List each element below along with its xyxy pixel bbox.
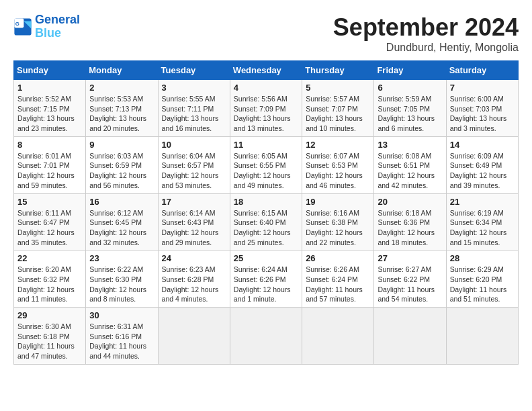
table-row: 4Sunrise: 5:56 AMSunset: 7:09 PMDaylight… (230, 80, 302, 137)
logo-text: General Blue (35, 13, 80, 40)
col-tuesday: Tuesday (158, 61, 230, 80)
logo: G General Blue (13, 13, 80, 40)
table-row: 7Sunrise: 6:00 AMSunset: 7:03 PMDaylight… (446, 80, 518, 137)
table-row (158, 308, 230, 365)
table-row: 19Sunrise: 6:16 AMSunset: 6:38 PMDayligh… (302, 193, 374, 250)
table-row: 8Sunrise: 6:01 AMSunset: 7:01 PMDaylight… (14, 136, 86, 193)
table-row: 17Sunrise: 6:14 AMSunset: 6:43 PMDayligh… (158, 193, 230, 250)
table-row (374, 308, 446, 365)
table-row: 1Sunrise: 5:52 AMSunset: 7:15 PMDaylight… (14, 80, 86, 137)
table-row: 23Sunrise: 6:22 AMSunset: 6:30 PMDayligh… (86, 250, 158, 308)
table-row: 22Sunrise: 6:20 AMSunset: 6:32 PMDayligh… (14, 250, 86, 308)
table-row: 25Sunrise: 6:24 AMSunset: 6:26 PMDayligh… (230, 250, 302, 308)
logo-icon: G (13, 17, 32, 36)
header: G General Blue September 2024 Dundburd, … (13, 13, 519, 54)
col-monday: Monday (86, 61, 158, 80)
table-row: 28Sunrise: 6:29 AMSunset: 6:20 PMDayligh… (446, 250, 518, 308)
table-row: 21Sunrise: 6:19 AMSunset: 6:34 PMDayligh… (446, 193, 518, 250)
table-row: 18Sunrise: 6:15 AMSunset: 6:40 PMDayligh… (230, 193, 302, 250)
table-row: 11Sunrise: 6:05 AMSunset: 6:55 PMDayligh… (230, 136, 302, 193)
table-row: 26Sunrise: 6:26 AMSunset: 6:24 PMDayligh… (302, 250, 374, 308)
table-row: 2Sunrise: 5:53 AMSunset: 7:13 PMDaylight… (86, 80, 158, 137)
table-row (446, 308, 518, 365)
logo-line1: General (35, 13, 80, 26)
table-row: 15Sunrise: 6:11 AMSunset: 6:47 PMDayligh… (14, 193, 86, 250)
table-row: 27Sunrise: 6:27 AMSunset: 6:22 PMDayligh… (374, 250, 446, 308)
title-area: September 2024 Dundburd, Hentiy, Mongoli… (333, 13, 519, 54)
table-row: 30Sunrise: 6:31 AMSunset: 6:16 PMDayligh… (86, 308, 158, 365)
col-wednesday: Wednesday (230, 61, 302, 80)
calendar-table: Sunday Monday Tuesday Wednesday Thursday… (13, 60, 519, 365)
table-row: 12Sunrise: 6:07 AMSunset: 6:53 PMDayligh… (302, 136, 374, 193)
table-row: 9Sunrise: 6:03 AMSunset: 6:59 PMDaylight… (86, 136, 158, 193)
svg-text:G: G (15, 21, 19, 27)
table-row: 10Sunrise: 6:04 AMSunset: 6:57 PMDayligh… (158, 136, 230, 193)
table-row (302, 308, 374, 365)
calendar-header-row: Sunday Monday Tuesday Wednesday Thursday… (14, 61, 519, 80)
table-row: 20Sunrise: 6:18 AMSunset: 6:36 PMDayligh… (374, 193, 446, 250)
table-row: 5Sunrise: 5:57 AMSunset: 7:07 PMDaylight… (302, 80, 374, 137)
month-year: September 2024 (333, 13, 519, 42)
col-saturday: Saturday (446, 61, 518, 80)
col-sunday: Sunday (14, 61, 86, 80)
table-row: 13Sunrise: 6:08 AMSunset: 6:51 PMDayligh… (374, 136, 446, 193)
col-friday: Friday (374, 61, 446, 80)
logo-line2: Blue (35, 26, 61, 40)
table-row: 16Sunrise: 6:12 AMSunset: 6:45 PMDayligh… (86, 193, 158, 250)
table-row: 14Sunrise: 6:09 AMSunset: 6:49 PMDayligh… (446, 136, 518, 193)
table-row: 24Sunrise: 6:23 AMSunset: 6:28 PMDayligh… (158, 250, 230, 308)
table-row: 6Sunrise: 5:59 AMSunset: 7:05 PMDaylight… (374, 80, 446, 137)
location: Dundburd, Hentiy, Mongolia (333, 42, 519, 54)
table-row: 29Sunrise: 6:30 AMSunset: 6:18 PMDayligh… (14, 308, 86, 365)
col-thursday: Thursday (302, 61, 374, 80)
table-row: 3Sunrise: 5:55 AMSunset: 7:11 PMDaylight… (158, 80, 230, 137)
table-row (230, 308, 302, 365)
